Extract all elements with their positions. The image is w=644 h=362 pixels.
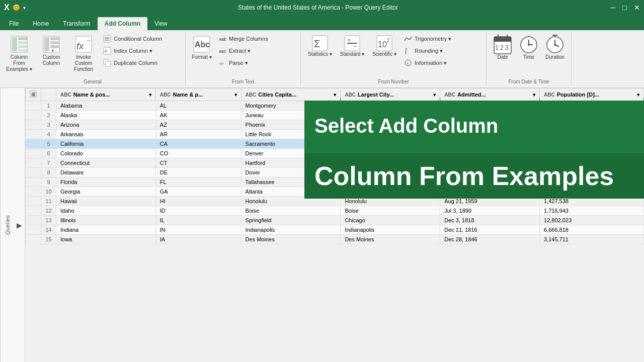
row-admitted-cell: Jan 9, 1788 bbox=[440, 158, 540, 168]
queries-sidebar[interactable]: Queries bbox=[0, 88, 14, 362]
parse-label: Parse ▾ bbox=[229, 60, 248, 66]
standard-icon: + − bbox=[344, 35, 360, 51]
duration-icon bbox=[545, 34, 565, 54]
table-row[interactable]: 5 California CA Sacramento Los Angeles S… bbox=[26, 139, 644, 149]
tab-transform[interactable]: Transform bbox=[56, 17, 97, 30]
svg-rect-2 bbox=[18, 37, 27, 40]
duration-button[interactable]: Duration bbox=[543, 33, 567, 61]
col-menu-admitted[interactable]: ▾ bbox=[533, 92, 535, 98]
row-population-cell: 3,588,184 bbox=[540, 158, 644, 168]
extract-button[interactable]: ABC Extract ▾ bbox=[216, 45, 296, 56]
index-column-icon: # bbox=[103, 46, 112, 55]
table-row[interactable]: 2 Alaska AK Juneau Anchorage Jan 3, 1959… bbox=[26, 111, 644, 120]
main-area: Queries ▶ ⊞ ABC Name & pos... bbox=[0, 88, 644, 362]
information-button[interactable]: i Information ▾ bbox=[401, 57, 482, 68]
col-menu-name-pos2[interactable]: ▾ bbox=[234, 92, 237, 98]
admitted-col-header[interactable]: ABC Admitted... ▾ bbox=[440, 88, 540, 101]
table-row[interactable]: 9 Florida FL Tallahassee Jacksonville Ma… bbox=[26, 177, 644, 187]
row-abbr-cell: GA bbox=[155, 187, 241, 197]
parse-button[interactable]: </> Parse ▾ bbox=[216, 57, 296, 68]
col-menu-cities[interactable]: ▾ bbox=[334, 92, 336, 98]
index-column-button[interactable]: # Index Column ▾ bbox=[101, 45, 181, 56]
row-population-cell: 39,536,653 bbox=[540, 139, 644, 149]
date-button[interactable]: 1 2 3 Date bbox=[491, 33, 515, 61]
table-row[interactable]: 4 Arkansas AR Little Rock Little Rock Ju… bbox=[26, 130, 644, 139]
merge-columns-button[interactable]: ABC Merge Columns bbox=[216, 33, 296, 44]
population-col-header[interactable]: ABC Population [D]... ▾ bbox=[540, 88, 644, 101]
grid-scroll-container[interactable]: ⊞ ABC Name & pos... ▾ ABC bbox=[25, 88, 644, 362]
row-name-cell: Iowa bbox=[56, 235, 156, 244]
row-population-cell: 12,802,023 bbox=[540, 216, 644, 225]
scientific-button[interactable]: 10 2 Scientific ▾ bbox=[369, 33, 399, 59]
table-row[interactable]: 10 Georgia GA Atlanta Atlanta Jan 2, 178… bbox=[26, 187, 644, 197]
maximize-button[interactable]: □ bbox=[623, 4, 627, 12]
table-row[interactable]: 7 Connecticut CT Hartford Bridgeport Jan… bbox=[26, 158, 644, 168]
svg-text:1  2  3: 1 2 3 bbox=[495, 44, 509, 51]
custom-column-button[interactable]: + Custom Column bbox=[36, 33, 66, 67]
svg-text:fx: fx bbox=[76, 41, 84, 51]
format-icon: Abc bbox=[192, 34, 212, 54]
data-table: ⊞ ABC Name & pos... ▾ ABC bbox=[25, 88, 644, 244]
invoke-custom-button[interactable]: fx → Invoke Custom Function bbox=[68, 33, 99, 73]
svg-text:+: + bbox=[347, 37, 351, 44]
table-row[interactable]: 1 Alabama AL Montgomery Birmingham Dec 1… bbox=[26, 101, 644, 111]
minimize-button[interactable]: ─ bbox=[611, 4, 616, 12]
row-largest-cell: Little Rock bbox=[341, 130, 440, 139]
name-pos1-col-header[interactable]: ABC Name & pos... ▾ bbox=[56, 88, 156, 101]
svg-text:+: + bbox=[51, 48, 54, 53]
row-capital-cell: Montgomery bbox=[241, 101, 341, 111]
largest-city-col-header[interactable]: ABC Largest City... ▾ bbox=[341, 88, 440, 101]
tab-add-column[interactable]: Add Column bbox=[98, 17, 147, 30]
table-row[interactable]: 12 Idaho ID Boise Boise Jul 3, 1890 1,71… bbox=[26, 206, 644, 216]
format-button[interactable]: Abc Format ▾ bbox=[190, 33, 214, 61]
extract-icon: ABC bbox=[218, 46, 227, 55]
row-name-cell: California bbox=[56, 139, 156, 149]
row-expand-cell bbox=[26, 235, 41, 244]
row-largest-cell: Bridgeport bbox=[341, 158, 440, 168]
row-capital-cell: Boise bbox=[241, 206, 341, 216]
table-row[interactable]: 15 Iowa IA Des Moines Des Moines Dec 28,… bbox=[26, 235, 644, 244]
duplicate-column-button[interactable]: Duplicate Column bbox=[101, 57, 181, 68]
expand-col-header[interactable]: ⊞ bbox=[26, 88, 41, 101]
row-expand-cell bbox=[26, 130, 41, 139]
time-button[interactable]: Time bbox=[517, 33, 541, 61]
col-menu-population[interactable]: ▾ bbox=[637, 92, 639, 98]
standard-button[interactable]: + − Standard ▾ bbox=[337, 33, 367, 59]
col-menu-largest[interactable]: ▾ bbox=[433, 92, 436, 98]
table-row[interactable]: 11 Hawaii HI Honolulu Honolulu Aug 21, 1… bbox=[26, 197, 644, 206]
conditional-column-button[interactable]: Conditional Column bbox=[101, 33, 181, 44]
row-admitted-cell: Dec 14, 1819 bbox=[440, 101, 540, 111]
cities-cap-col-header[interactable]: ABC Cities Capita... ▾ bbox=[241, 88, 341, 101]
col-from-examples-button[interactable]: Column From Examples ▾ bbox=[4, 33, 34, 73]
ribbon-small-buttons-number: Trigonometry ▾ ⌈ Rounding ▾ i bbox=[401, 33, 482, 68]
trigonometry-button[interactable]: Trigonometry ▾ bbox=[401, 33, 482, 44]
row-population-cell: 7,016,270 bbox=[540, 120, 644, 130]
statistics-icon: Σ bbox=[312, 35, 328, 51]
close-button[interactable]: ✕ bbox=[634, 4, 640, 12]
row-expand-cell bbox=[26, 149, 41, 158]
name-pos2-col-header[interactable]: ABC Name & p... ▾ bbox=[155, 88, 241, 101]
sidebar-expand-icon[interactable]: ▶ bbox=[14, 88, 25, 362]
rounding-button[interactable]: ⌈ Rounding ▾ bbox=[401, 45, 482, 56]
table-row[interactable]: 13 Illinois IL Springfield Chicago Dec 3… bbox=[26, 216, 644, 225]
svg-text:Abc: Abc bbox=[195, 40, 210, 49]
tab-home[interactable]: Home bbox=[26, 17, 56, 30]
tab-view[interactable]: View bbox=[147, 17, 175, 30]
row-abbr-cell: CO bbox=[155, 149, 241, 158]
row-name-cell: Indiana bbox=[56, 225, 156, 235]
col-menu-name-pos1[interactable]: ▾ bbox=[149, 92, 151, 98]
duplicate-column-icon bbox=[103, 58, 112, 67]
ribbon-group-from-text: Abc Format ▾ ABC Merge Columns bbox=[186, 32, 301, 85]
table-row[interactable]: 3 Arizona AZ Phoenix Phoenix Feb 14, 191… bbox=[26, 120, 644, 130]
table-row[interactable]: 14 Indiana IN Indianapolis Indianapolis … bbox=[26, 225, 644, 235]
table-row[interactable]: 6 Colorado CO Denver Denver Aug 1, 1876 … bbox=[26, 149, 644, 158]
row-admitted-cell: Aug 21, 1959 bbox=[440, 197, 540, 206]
table-row[interactable]: 8 Delaware DE Dover Wilmington Dec 7, 17… bbox=[26, 168, 644, 177]
svg-rect-3 bbox=[18, 41, 27, 44]
tab-file[interactable]: File bbox=[2, 17, 26, 30]
statistics-button[interactable]: Σ Statistics ▾ bbox=[305, 33, 335, 59]
smiley-dropdown[interactable]: ▾ bbox=[23, 5, 26, 11]
scientific-icon: 10 2 bbox=[376, 35, 392, 51]
row-population-cell: 5,607,154 bbox=[540, 149, 644, 158]
row-abbr-cell: ID bbox=[155, 206, 241, 216]
